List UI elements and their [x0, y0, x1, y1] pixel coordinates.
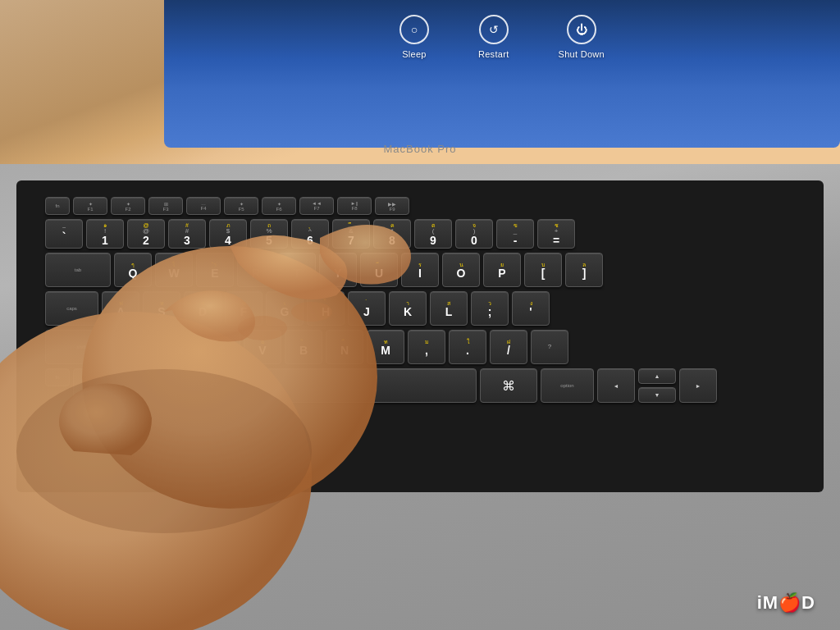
z-key[interactable]: ผ Z: [121, 330, 158, 364]
f8-key[interactable]: ►|| F8: [337, 197, 372, 215]
bottom-row: fn control option ⌘ command ⌘ option ◄ ▲: [45, 368, 717, 403]
n-key[interactable]: ื N: [326, 330, 363, 364]
a-key[interactable]: ฟ A: [102, 291, 139, 326]
4-key[interactable]: ภ $ 4: [209, 219, 247, 249]
0-key[interactable]: จ ) 0: [455, 219, 493, 249]
j-key[interactable]: ่ J: [348, 291, 386, 326]
restart-label: Restart: [478, 49, 509, 59]
screen-content: ○ Sleep ↺ Restart ⏻ Shut Down: [164, 0, 840, 148]
caps-key[interactable]: caps: [45, 291, 98, 326]
f9-key[interactable]: ▶▶ F9: [375, 197, 409, 215]
shift-left-key[interactable]: shift: [45, 330, 117, 364]
r-key[interactable]: พ R: [237, 253, 275, 287]
f3-key[interactable]: ⊞ F3: [148, 197, 183, 215]
sleep-option: ○ Sleep: [399, 15, 429, 59]
h-key[interactable]: ้ H: [307, 291, 345, 326]
photo-frame: ○ Sleep ↺ Restart ⏻ Shut Down MacBook Pr…: [0, 0, 840, 630]
watermark: iM🍎D: [757, 592, 815, 614]
shutdown-dialog: ○ Sleep ↺ Restart ⏻ Shut Down: [399, 15, 605, 59]
k-key[interactable]: า K: [389, 291, 427, 326]
restart-option: ↺ Restart: [478, 15, 509, 59]
equals-key[interactable]: ช + =: [537, 219, 575, 249]
apple-logo: 🍎: [778, 592, 801, 613]
watermark-text-d: D: [801, 592, 815, 613]
i-key[interactable]: ร I: [401, 253, 439, 287]
5-key[interactable]: ถ % 5: [250, 219, 288, 249]
macbook-pro-label: MacBook Pro: [383, 143, 456, 155]
option-key[interactable]: option: [130, 368, 183, 403]
question-key[interactable]: ?: [531, 330, 568, 364]
shutdown-icon: ⏻: [567, 15, 596, 44]
e-key[interactable]: ำ E: [196, 253, 234, 287]
watermark-text-im: iM: [757, 592, 778, 613]
d-key[interactable]: ก D: [184, 291, 221, 326]
f2-key[interactable]: ✦ F2: [111, 197, 145, 215]
7-key[interactable]: ึ & 7: [332, 219, 370, 249]
y-key[interactable]: ั Y: [319, 253, 357, 287]
f1-key[interactable]: ✦ F1: [73, 197, 107, 215]
sleep-icon: ○: [399, 15, 429, 44]
arrow-down-key[interactable]: ▼: [638, 387, 676, 403]
control-key[interactable]: control: [73, 368, 126, 403]
function-row: fn ✦ F1 ✦ F2 ⊞ F3 … F4 ✦ F5 ✦ F6 ◄◄ F7: [45, 197, 409, 215]
m-key[interactable]: ท M: [367, 330, 404, 364]
shutdown-option: ⏻ Shut Down: [559, 15, 605, 59]
bracket-open-key[interactable]: บ [: [524, 253, 562, 287]
w-key[interactable]: ไ W: [155, 253, 193, 287]
u-key[interactable]: ี U: [360, 253, 398, 287]
fn-bottom-key[interactable]: fn: [45, 368, 70, 386]
option-right-key[interactable]: option: [541, 368, 594, 403]
backtick-key[interactable]: ~ `: [45, 219, 83, 249]
restart-icon: ↺: [479, 15, 509, 44]
f4-key[interactable]: … F4: [186, 197, 221, 215]
x-key[interactable]: ป X: [162, 330, 199, 364]
q-key[interactable]: ๆ Q: [114, 253, 152, 287]
command-right-key[interactable]: ⌘: [480, 368, 537, 403]
macbook-screen: ○ Sleep ↺ Restart ⏻ Shut Down: [164, 0, 840, 148]
b-key[interactable]: ิ B: [285, 330, 322, 364]
period-key[interactable]: ใ .: [449, 330, 486, 364]
number-row: ~ ` ๑ ! 1 @ @ 2 # # 3 ภ $ 4 ถ % 5 ุ: [45, 219, 575, 249]
l-key[interactable]: ส L: [430, 291, 468, 326]
fn-key[interactable]: fn: [45, 197, 70, 215]
f-key[interactable]: ด F: [225, 291, 262, 326]
arrow-up-key[interactable]: ▲: [638, 368, 676, 384]
9-key[interactable]: ต ( 9: [414, 219, 452, 249]
f6-key[interactable]: ✦ F6: [262, 197, 296, 215]
spacebar-key[interactable]: [247, 368, 477, 403]
8-key[interactable]: ค * 8: [373, 219, 411, 249]
arrow-right-key[interactable]: ►: [679, 368, 717, 403]
1-key[interactable]: ๑ ! 1: [86, 219, 124, 249]
shutdown-label: Shut Down: [559, 49, 605, 59]
zxcv-row: shift ผ Z ป X แ C อ V ิ B ื N ท M: [45, 330, 568, 364]
qwerty-row: tab ๆ Q ไ W ำ E พ R ะ T ั Y ี U: [45, 253, 603, 287]
slash-key[interactable]: ฝ /: [490, 330, 527, 364]
semicolon-key[interactable]: ว ;: [471, 291, 509, 326]
2-key[interactable]: @ @ 2: [127, 219, 165, 249]
asdf-row: caps ฟ A ห S ก D ด F เ G ้ H ่ J: [45, 291, 550, 326]
s-key[interactable]: ห S: [143, 291, 180, 326]
bracket-close-key[interactable]: ล ]: [565, 253, 603, 287]
p-key[interactable]: ย P: [483, 253, 521, 287]
sleep-label: Sleep: [402, 49, 427, 59]
t-key[interactable]: ะ T: [278, 253, 316, 287]
f7-key[interactable]: ◄◄ F7: [299, 197, 334, 215]
minus-key[interactable]: ข _ -: [496, 219, 534, 249]
v-key[interactable]: อ V: [244, 330, 281, 364]
comma-key[interactable]: ม ,: [408, 330, 445, 364]
o-key[interactable]: น O: [442, 253, 480, 287]
command-key[interactable]: ⌘ command: [186, 368, 244, 403]
arrow-left-key[interactable]: ◄: [597, 368, 635, 403]
tab-key[interactable]: tab: [45, 253, 111, 287]
quote-key[interactable]: ง ': [512, 291, 550, 326]
6-key[interactable]: ุ ^ 6: [291, 219, 329, 249]
c-key[interactable]: แ C: [203, 330, 240, 364]
f5-key[interactable]: ✦ F5: [224, 197, 258, 215]
3-key[interactable]: # # 3: [168, 219, 206, 249]
g-key[interactable]: เ G: [266, 291, 304, 326]
